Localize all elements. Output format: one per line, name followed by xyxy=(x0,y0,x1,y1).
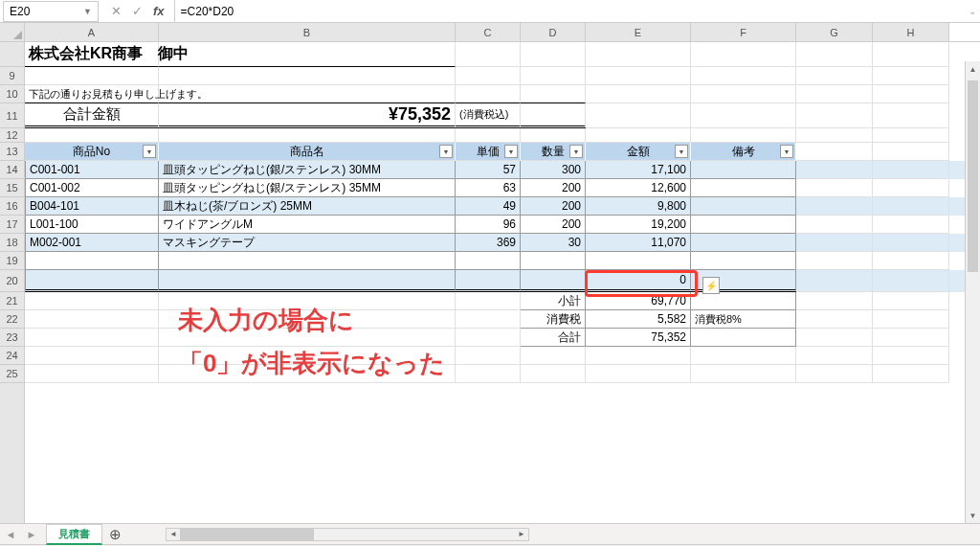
tax-note[interactable]: 消費税8% xyxy=(691,310,796,329)
cell[interactable] xyxy=(521,347,586,365)
subtotal-label[interactable]: 小計 xyxy=(521,292,586,310)
cell[interactable] xyxy=(873,42,949,67)
cell[interactable] xyxy=(25,67,159,85)
th-note[interactable]: 備考▼ xyxy=(691,143,796,161)
row-header-14[interactable]: 14 xyxy=(0,161,24,179)
company-title[interactable]: 株式会社KR商事 御中 xyxy=(25,42,159,67)
table-cell[interactable]: 12,600 xyxy=(586,179,691,197)
cell[interactable] xyxy=(873,179,949,197)
add-sheet-icon[interactable]: ⊕ xyxy=(102,526,127,543)
table-cell[interactable]: 11,070 xyxy=(586,234,691,252)
col-header-e[interactable]: E xyxy=(586,23,691,41)
cell[interactable] xyxy=(873,85,949,103)
tax-label[interactable]: 消費税 xyxy=(521,310,586,329)
th-amount[interactable]: 金額▼ xyxy=(586,143,691,161)
scroll-down-icon[interactable]: ▼ xyxy=(966,508,980,523)
table-cell[interactable]: C001-002 xyxy=(25,179,159,197)
cell[interactable] xyxy=(159,128,456,143)
table-cell[interactable] xyxy=(691,161,796,179)
cell[interactable] xyxy=(586,103,691,128)
table-cell[interactable]: ワイドアングルM xyxy=(159,216,456,234)
row-header-20[interactable]: 20 xyxy=(0,270,24,292)
chevron-down-icon[interactable]: ▼ xyxy=(83,7,92,16)
row-header-12[interactable]: 12 xyxy=(0,128,24,143)
cell[interactable] xyxy=(796,292,873,310)
cell[interactable] xyxy=(159,42,456,67)
name-box[interactable]: E20 ▼ xyxy=(3,1,99,22)
confirm-icon[interactable]: ✓ xyxy=(126,1,147,22)
cell[interactable] xyxy=(796,161,873,179)
grand-label[interactable]: 合計 xyxy=(521,329,586,347)
col-header-g[interactable]: G xyxy=(796,23,873,41)
col-header-d[interactable]: D xyxy=(521,23,586,41)
cell[interactable] xyxy=(873,143,949,161)
sheet-area[interactable]: 株式会社KR商事 御中 下記の通りお見積もり申し上げます。 合計金額 ¥75,3… xyxy=(25,42,980,523)
cell[interactable] xyxy=(796,197,873,216)
row-header-22[interactable]: 22 xyxy=(0,310,24,329)
scroll-up-icon[interactable]: ▲ xyxy=(966,61,980,77)
row-header-11[interactable]: 11 xyxy=(0,103,24,128)
table-cell[interactable]: 300 xyxy=(521,161,586,179)
th-product-no[interactable]: 商品No▼ xyxy=(25,143,159,161)
cell[interactable] xyxy=(521,103,586,128)
table-cell[interactable] xyxy=(521,270,586,292)
cell[interactable] xyxy=(796,329,873,347)
cell[interactable] xyxy=(159,347,456,365)
formula-input[interactable]: =C20*D20 xyxy=(175,5,965,18)
cell[interactable] xyxy=(456,292,521,310)
cell[interactable] xyxy=(159,292,456,310)
th-price[interactable]: 単価▼ xyxy=(456,143,521,161)
quick-analysis-icon[interactable]: ⚡ xyxy=(702,277,720,294)
hscroll-thumb[interactable] xyxy=(180,529,314,540)
cell[interactable] xyxy=(25,310,159,329)
table-cell[interactable] xyxy=(159,270,456,292)
cell[interactable] xyxy=(796,216,873,234)
table-cell[interactable] xyxy=(521,252,586,270)
cell[interactable] xyxy=(586,365,691,383)
table-cell[interactable] xyxy=(691,234,796,252)
table-cell[interactable]: 皿木ねじ(茶/ブロンズ) 25MM xyxy=(159,197,456,216)
scroll-right-icon[interactable]: ► xyxy=(515,529,528,540)
table-cell[interactable]: L001-100 xyxy=(25,216,159,234)
table-cell[interactable]: M002-001 xyxy=(25,234,159,252)
fx-icon[interactable]: fx xyxy=(147,4,170,18)
tax-value[interactable]: 5,582 xyxy=(586,310,691,329)
row-header-17[interactable]: 17 xyxy=(0,216,24,234)
row-header-21[interactable]: 21 xyxy=(0,292,24,310)
table-cell[interactable] xyxy=(691,197,796,216)
cell[interactable] xyxy=(25,329,159,347)
cell[interactable] xyxy=(796,103,873,128)
tab-nav-prev-icon[interactable]: ◄ xyxy=(0,529,21,540)
filter-icon[interactable]: ▼ xyxy=(675,145,688,158)
table-cell[interactable]: 369 xyxy=(456,234,521,252)
sheet-tab[interactable]: 見積書 xyxy=(46,524,102,545)
table-cell[interactable]: 96 xyxy=(456,216,521,234)
cell[interactable] xyxy=(159,85,456,103)
table-cell[interactable] xyxy=(456,252,521,270)
filter-icon[interactable]: ▼ xyxy=(569,145,583,158)
cell[interactable] xyxy=(796,128,873,143)
total-amount[interactable]: ¥75,352 xyxy=(159,103,456,128)
cell[interactable] xyxy=(456,347,521,365)
cell[interactable] xyxy=(873,128,949,143)
cell[interactable] xyxy=(691,365,796,383)
col-header-a[interactable]: A xyxy=(25,23,159,41)
table-cell[interactable]: 200 xyxy=(521,197,586,216)
cell[interactable] xyxy=(796,143,873,161)
cell[interactable] xyxy=(796,270,873,292)
cell[interactable] xyxy=(521,128,586,143)
table-cell[interactable]: 30 xyxy=(521,234,586,252)
cell[interactable] xyxy=(25,347,159,365)
cell[interactable] xyxy=(796,67,873,85)
cell[interactable] xyxy=(873,329,949,347)
cell[interactable] xyxy=(159,329,456,347)
row-header-15[interactable]: 15 xyxy=(0,179,24,197)
cell[interactable] xyxy=(873,234,949,252)
row-header-16[interactable]: 16 xyxy=(0,197,24,216)
th-product-name[interactable]: 商品名▼ xyxy=(159,143,456,161)
row-header-9[interactable]: 9 xyxy=(0,67,24,85)
cell[interactable] xyxy=(873,103,949,128)
row-header[interactable] xyxy=(0,42,24,67)
tab-nav-next-icon[interactable]: ► xyxy=(21,529,42,540)
row-header-19[interactable]: 19 xyxy=(0,252,24,270)
